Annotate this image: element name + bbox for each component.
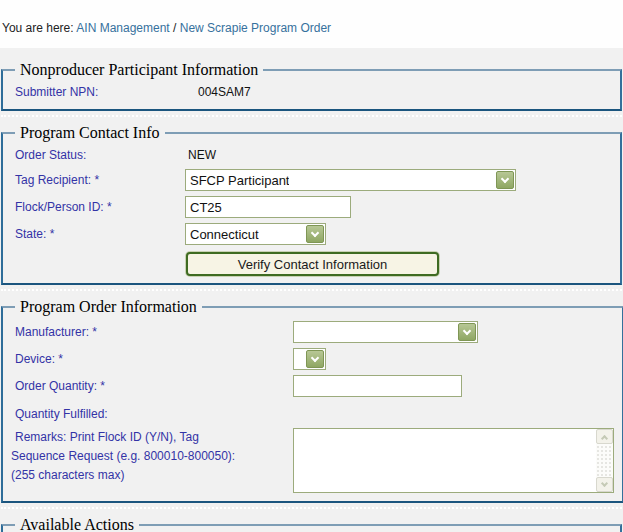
- tag-recipient-selected-value: SFCP Participant: [186, 173, 289, 188]
- state-row: State: * Connecticut: [11, 222, 612, 246]
- scroll-down-icon[interactable]: [596, 477, 613, 492]
- tag-recipient-label: Tag Recipient: *: [11, 173, 185, 187]
- remarks-label-line1: Remarks: Print Flock ID (Y/N), Tag: [11, 428, 293, 447]
- order-quantity-label: Order Quantity: *: [11, 379, 293, 393]
- breadcrumb-link-ain-management[interactable]: AIN Management: [76, 21, 169, 35]
- order-section-legend: Program Order Information: [15, 298, 202, 316]
- contact-section-legend: Program Contact Info: [15, 124, 165, 142]
- chevron-down-icon[interactable]: [306, 225, 324, 243]
- breadcrumb-link-new-scrapie-order[interactable]: New Scrapie Program Order: [180, 21, 331, 35]
- breadcrumb-separator: /: [173, 21, 176, 35]
- device-select[interactable]: [293, 348, 326, 370]
- remarks-label: Remarks: Print Flock ID (Y/N), Tag Seque…: [11, 428, 293, 485]
- chevron-down-icon[interactable]: [306, 350, 324, 368]
- chevron-down-icon[interactable]: [496, 171, 514, 189]
- remarks-label-line3: (255 characters max): [11, 466, 293, 485]
- state-label: State: *: [11, 227, 185, 241]
- submitter-npn-label: Submitter NPN:: [11, 85, 185, 99]
- chevron-down-icon[interactable]: [458, 323, 476, 341]
- section-divider: [1, 111, 622, 117]
- remarks-label-line2: Sequence Request (e.g. 800010-800050):: [11, 447, 293, 466]
- verify-contact-information-button[interactable]: Verify Contact Information: [186, 252, 439, 276]
- nonproducer-participant-section: Nonproducer Participant Information Subm…: [1, 61, 622, 111]
- section-divider: [1, 503, 622, 509]
- state-selected-value: Connecticut: [186, 227, 259, 242]
- verify-button-row: Verify Contact Information: [11, 252, 612, 276]
- order-quantity-input[interactable]: [293, 375, 462, 397]
- actions-section-legend: Available Actions: [15, 516, 139, 532]
- flock-person-id-label: Flock/Person ID: *: [11, 200, 185, 214]
- nonproducer-section-legend: Nonproducer Participant Information: [15, 61, 263, 79]
- remarks-textarea[interactable]: [293, 428, 614, 493]
- program-contact-section: Program Contact Info Order Status: NEW T…: [1, 124, 622, 285]
- order-quantity-row: Order Quantity: *: [11, 374, 614, 398]
- quantity-fulfilled-label: Quantity Fulfilled:: [11, 407, 293, 421]
- scroll-up-icon[interactable]: [596, 429, 613, 444]
- breadcrumb-prefix: You are here:: [2, 21, 74, 35]
- program-order-section: Program Order Information Manufacturer: …: [1, 298, 623, 503]
- scrollbar-track[interactable]: [596, 444, 613, 477]
- flock-person-id-row: Flock/Person ID: *: [11, 195, 612, 219]
- manufacturer-label: Manufacturer: *: [11, 325, 293, 339]
- flock-person-id-input[interactable]: [185, 196, 351, 218]
- section-divider: [1, 285, 622, 291]
- order-status-row: Order Status: NEW: [11, 145, 612, 165]
- remarks-scrollbar[interactable]: [596, 429, 613, 492]
- page-header: You are here: AIN Management / New Scrap…: [0, 0, 623, 48]
- quantity-fulfilled-row: Quantity Fulfilled:: [11, 404, 614, 424]
- form-content: Nonproducer Participant Information Subm…: [0, 48, 623, 532]
- remarks-row: Remarks: Print Flock ID (Y/N), Tag Seque…: [11, 428, 614, 493]
- state-select[interactable]: Connecticut: [185, 223, 326, 245]
- order-status-label: Order Status:: [11, 148, 185, 162]
- submitter-npn-row: Submitter NPN: 004SAM7: [11, 82, 612, 102]
- device-row: Device: *: [11, 347, 614, 371]
- tag-recipient-row: Tag Recipient: * SFCP Participant: [11, 168, 612, 192]
- order-status-value: NEW: [185, 148, 216, 162]
- available-actions-section: Available Actions Submit New Scrapie Ord…: [1, 516, 622, 532]
- tag-recipient-select[interactable]: SFCP Participant: [185, 169, 516, 191]
- device-label: Device: *: [11, 352, 293, 366]
- breadcrumb: You are here: AIN Management / New Scrap…: [2, 21, 623, 35]
- remarks-textarea-text[interactable]: [294, 429, 596, 492]
- manufacturer-select[interactable]: [293, 321, 478, 343]
- manufacturer-row: Manufacturer: *: [11, 320, 614, 344]
- submitter-npn-value: 004SAM7: [185, 85, 251, 99]
